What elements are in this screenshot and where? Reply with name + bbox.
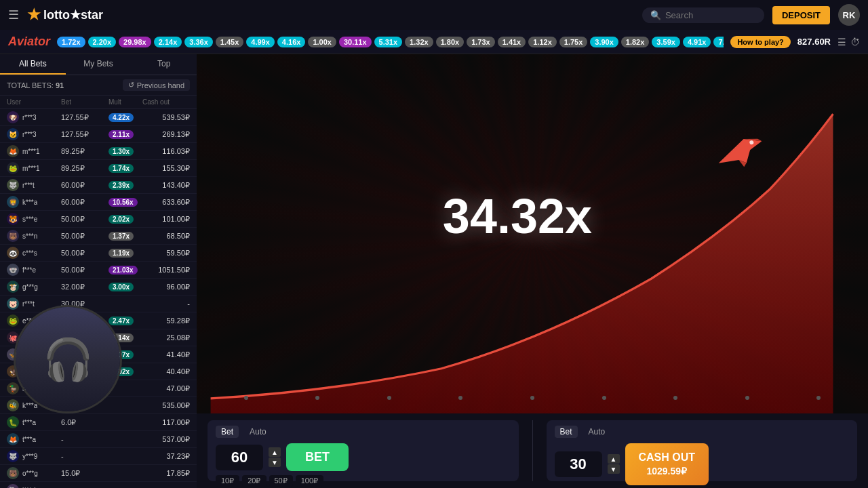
- user-icon: 🐶: [7, 111, 19, 123]
- bet-amount: 50.00₽: [61, 249, 108, 258]
- logo-text: lotto★star: [43, 7, 103, 22]
- quick-amount-button[interactable]: 50₽: [269, 475, 293, 487]
- stepper-down-2[interactable]: ▼: [608, 464, 620, 474]
- balance-display: 827.60R: [797, 37, 831, 47]
- bet-tab-top[interactable]: Top: [131, 54, 197, 75]
- multiplier-badge: 29.98x: [119, 37, 151, 47]
- user-icon: 🐼: [7, 247, 19, 259]
- multiplier-badge: 5.31x: [374, 37, 403, 47]
- user-cell: 🐯 s***e: [7, 213, 61, 225]
- user-icon: 🦊: [7, 433, 19, 445]
- stepper-up-1[interactable]: ▲: [269, 447, 281, 457]
- user-cell: 🐻 o***g: [7, 467, 61, 479]
- bet-amount: 50.00₽: [61, 232, 108, 241]
- multiplier-cell: 2.02x: [108, 215, 142, 224]
- multiplier-badge: 1.80x: [436, 37, 465, 47]
- user-icon: 🐨: [7, 264, 19, 276]
- previous-hand-button[interactable]: ↺ Previous hand: [123, 79, 190, 91]
- multiplier-badge: 4.99x: [246, 37, 275, 47]
- multiplier-cell: 2.47x: [108, 317, 142, 325]
- table-row: 🐺 r***t 60.00₽ 2.39x 143.40₽: [0, 177, 197, 194]
- user-icon: 🦊: [7, 145, 19, 157]
- cash-out-button[interactable]: CASH OUT 1029.59₽: [625, 443, 709, 485]
- cash-out-value: 539.53₽: [142, 113, 190, 122]
- bet-amount-1: 60: [216, 445, 263, 470]
- deposit-button[interactable]: DEPOSIT: [772, 6, 830, 24]
- user-name: y***9: [22, 453, 37, 460]
- user-cell: 🦊 m***1: [7, 145, 61, 157]
- quick-amount-button[interactable]: 10₽: [216, 475, 239, 487]
- game-area: 34.32x Bet Auto: [197, 54, 868, 488]
- mult-pill: 3.00x: [108, 283, 134, 291]
- multiplier-badge: 1.32x: [405, 37, 433, 47]
- table-row: 🐸 m***1 89.25₽ 1.74x 155.30₽: [0, 160, 197, 177]
- tab-auto-2[interactable]: Auto: [583, 426, 611, 438]
- user-cell: 🐺 y***9: [7, 450, 61, 462]
- user-name: r***t: [22, 182, 35, 189]
- avatar[interactable]: RK: [838, 4, 860, 26]
- user-icon: 🐸: [7, 162, 19, 174]
- bottom-controls: Bet Auto 60 ▲ ▼ BET 10₽20₽50₽100₽ Bet: [197, 413, 868, 488]
- bet-amount: 60.00₽: [61, 198, 108, 207]
- multiplier-cell: 1.74x: [108, 164, 142, 173]
- mult-pill: 1.74x: [108, 164, 134, 173]
- cash-out-value: 68.50₽: [142, 232, 190, 241]
- quick-amount-button[interactable]: 20₽: [242, 475, 266, 487]
- user-name: r***3: [22, 114, 37, 121]
- user-cell: 🐺 r***t: [7, 179, 61, 191]
- search-icon: 🔍: [650, 10, 661, 20]
- user-icon: 🐛: [7, 416, 19, 428]
- bet-button[interactable]: BET: [286, 443, 349, 471]
- multiplier-cell: 2.39x: [108, 181, 142, 190]
- how-to-play-button[interactable]: How to play?: [730, 36, 790, 48]
- mult-pill: 2.47x: [108, 317, 134, 325]
- bet-panel-2-tabs: Bet Auto: [555, 426, 850, 438]
- bet-amount: -: [61, 435, 108, 443]
- bet-panel-1: Bet Auto 60 ▲ ▼ BET 10₽20₽50₽100₽: [208, 420, 519, 481]
- multiplier-badge: 1.45x: [216, 37, 244, 47]
- tab-bet-1[interactable]: Bet: [216, 426, 239, 438]
- cash-out-value: 143.40₽: [142, 181, 190, 190]
- clock-icon[interactable]: ⏱: [850, 37, 860, 47]
- bet-tabs: All BetsMy BetsTop: [0, 54, 197, 75]
- stepper-up-2[interactable]: ▲: [608, 454, 620, 464]
- user-cell: 🐘 j***d: [7, 484, 61, 488]
- mult-pill: 10.56x: [108, 198, 138, 207]
- tab-bet-2[interactable]: Bet: [555, 426, 578, 438]
- quick-amount-button[interactable]: 100₽: [296, 475, 323, 487]
- table-row: 🐘 j***d - -: [0, 482, 197, 488]
- user-cell: 🐸 m***1: [7, 162, 61, 174]
- mult-pill: 1.30x: [108, 147, 134, 156]
- table-row: 🐻 o***g 15.0₽ 17.85₽: [0, 465, 197, 482]
- user-icon: 🦆: [7, 382, 19, 394]
- cash-out-value: 37.23₽: [142, 452, 190, 461]
- list-icon[interactable]: ☰: [837, 37, 846, 47]
- search-input[interactable]: [665, 10, 753, 20]
- user-cell: 🐶 r***3: [7, 111, 61, 123]
- multiplier-badge: 30.11x: [339, 37, 372, 47]
- multiplier-badge: 7.76x: [713, 37, 724, 47]
- user-icon: 🐷: [7, 298, 19, 310]
- tab-auto-1[interactable]: Auto: [244, 426, 272, 438]
- multiplier-cell: 1.30x: [108, 147, 142, 156]
- timeline: [197, 396, 868, 400]
- main-layout: All BetsMy BetsTop TOTAL BETS: 91 ↺ Prev…: [0, 54, 868, 488]
- sub-header: Aviator 1.72x2.20x29.98x2.14x3.36x1.45x4…: [0, 30, 868, 54]
- stepper-down-1[interactable]: ▼: [269, 458, 281, 467]
- hamburger-icon[interactable]: ☰: [8, 7, 19, 22]
- bet-panel-1-tabs: Bet Auto: [216, 426, 511, 438]
- user-name: f***e: [22, 266, 36, 274]
- user-icon: 🐸: [7, 314, 19, 327]
- timeline-dot: [244, 396, 248, 400]
- bet-tab-all-bets[interactable]: All Bets: [0, 54, 66, 75]
- webcam-person: 🎧: [16, 307, 120, 411]
- bet-tab-my-bets[interactable]: My Bets: [66, 54, 132, 75]
- cash-out-value: 59.28₽: [142, 317, 190, 325]
- user-cell: 🐱 r***3: [7, 128, 61, 140]
- search-bar[interactable]: 🔍: [642, 7, 764, 23]
- multiplier-badge: 1.00x: [308, 37, 336, 47]
- cash-out-value: 25.08₽: [142, 333, 190, 342]
- header: ☰ ★ lotto★star 🔍 DEPOSIT RK: [0, 0, 868, 30]
- cash-out-value: 40.40₽: [142, 367, 190, 376]
- column-header: Cash out: [142, 98, 190, 106]
